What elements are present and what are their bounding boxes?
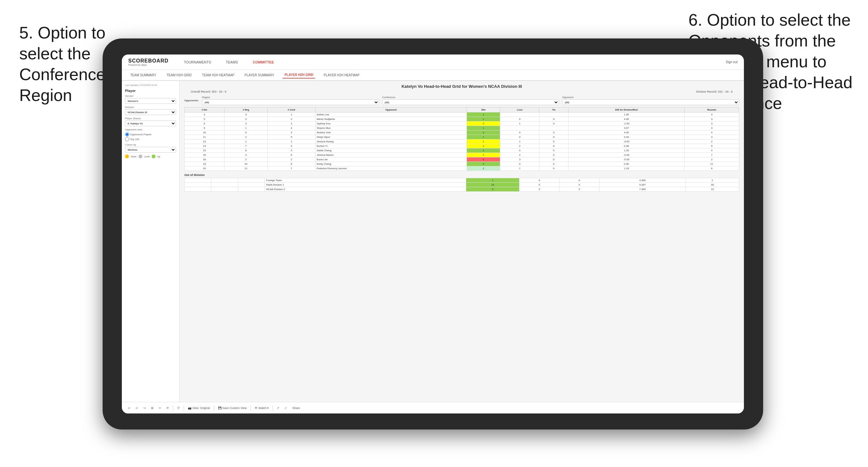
tablet: SCOREBOARD Powered by clippd TOURNAMENTS… [103, 38, 763, 430]
cell-div: 18 [185, 157, 224, 162]
cell-opponent: Alexis Sudjianto [315, 117, 467, 122]
sidebar-gender-select[interactable]: Women's Men's [125, 98, 176, 104]
od-cell-tie: 0 [559, 187, 599, 192]
sub-nav-player-summary[interactable]: PLAYER SUMMARY [243, 72, 276, 78]
table-row: 10 6 3 Andrea York 2 0 0 4.00 4 [185, 130, 739, 135]
cell-div: 19 [185, 162, 224, 166]
cell-loss: 0 [500, 148, 539, 153]
cell-reg: 2 [224, 135, 268, 139]
cell-conf: 7 [268, 166, 315, 171]
cell-opponent: Jessica Huang [315, 139, 467, 144]
cell-win: 1 [467, 117, 500, 122]
sidebar-radio-top100[interactable]: Top 100 [125, 137, 176, 142]
cell-win: 4 [467, 162, 500, 166]
sub-nav-team-summary[interactable]: TEAM SUMMARY [128, 72, 158, 78]
cell-tie: 0 [539, 135, 568, 139]
od-cell-loss: 0 [520, 183, 560, 187]
cell-rounds: 11 [685, 162, 739, 166]
sub-nav: TEAM SUMMARY TEAM H2H GRID TEAM H2H HEAT… [122, 70, 744, 81]
toolbar-expand[interactable]: ⤢ [283, 406, 288, 410]
toolbar-sep5 [273, 405, 273, 411]
overall-record: Overall Record: 353 - 34 - 6 [191, 90, 226, 93]
table-row: 16 3 6 Jessica Mason 1 2 0 -0.94 7 [185, 153, 739, 157]
sidebar-colour-by-select[interactable]: Win/loss [125, 147, 176, 153]
col-rounds: Rounds [685, 107, 739, 113]
filter-opponent-select[interactable]: (All) [562, 99, 739, 105]
out-of-division-body: Foreign Team 1 0 0 4.500 2 NAIA Division… [185, 178, 739, 192]
cell-div: 3 [185, 113, 224, 117]
out-of-division-table: Foreign Team 1 0 0 4.500 2 NAIA Division… [184, 178, 739, 192]
filter-conference-select[interactable]: (All) [382, 99, 559, 105]
sidebar-division-label: Division [125, 106, 176, 108]
cell-loss: 2 [500, 153, 539, 157]
toolbar-watch[interactable]: 👁 Watch ▾ [253, 406, 270, 410]
cell-opponent: Jessica Mason [315, 153, 467, 157]
cell-reg: 1 [224, 139, 268, 144]
od-cell-diff: 7.400 [599, 187, 686, 192]
cell-conf: 2 [268, 157, 315, 162]
nav-committee[interactable]: COMMITTEE [250, 59, 276, 65]
cell-win: 1 [467, 148, 500, 153]
sidebar-radio-opponents-played[interactable]: Opponents Played [125, 132, 176, 136]
toolbar-undo2[interactable]: ↩ [134, 406, 140, 410]
toolbar-timer[interactable]: ⏱ [176, 406, 181, 410]
cell-opponent: Andrea York [315, 130, 467, 135]
cell-tie: 0 [539, 130, 568, 135]
cell-diff: 0.30 [568, 162, 684, 166]
sub-nav-team-h2h-heatmap[interactable]: TEAM H2H HEATMAP [200, 72, 236, 78]
sign-out[interactable]: Sign out [725, 60, 738, 64]
od-cell-tie: 0 [559, 178, 599, 183]
division-record: Division Record: 331 - 34 - 6 [696, 90, 733, 93]
od-cell-conf [238, 178, 265, 183]
cell-win: 0 [467, 157, 500, 162]
color-level-label: Level [144, 155, 150, 158]
od-cell-opponent: NAIA Division 1 [265, 183, 466, 187]
toolbar-cut[interactable]: ✂ [157, 406, 162, 410]
cell-loss: 0 [500, 117, 539, 122]
cell-rounds: 7 [685, 153, 739, 157]
sub-nav-team-h2h-grid[interactable]: TEAM H2H GRID [165, 72, 194, 78]
od-cell-opponent: NCAA Division 2 [265, 187, 466, 192]
cell-tie: 0 [539, 122, 568, 126]
toolbar-view-original[interactable]: 📷 View: Original [187, 406, 211, 410]
table-row: 18 2 2 Euna Lee 0 3 0 -5.00 2 [185, 157, 739, 162]
cell-rounds: 3 [685, 117, 739, 122]
cell-reg: 3 [224, 153, 268, 157]
sidebar-player-rank-select[interactable]: 8. Katelyn Vo [125, 121, 176, 126]
cell-diff: -3.00 [568, 139, 684, 144]
sub-nav-player-h2h-grid[interactable]: PLAYER H2H GRID [282, 72, 315, 79]
cell-loss: 1 [500, 139, 539, 144]
toolbar-grid[interactable]: ⊞ [150, 406, 155, 410]
logo-sub: Powered by clippd [128, 64, 169, 66]
cell-win: 2 [467, 166, 500, 171]
toolbar-share[interactable]: Share [291, 406, 301, 410]
cell-diff: 1.50 [568, 113, 684, 117]
toolbar-export[interactable]: ↗ [275, 406, 281, 410]
toolbar-refresh[interactable]: ⟳ [165, 406, 170, 410]
od-cell-rounds: 30 [686, 183, 739, 187]
nav-teams[interactable]: TEAMS [223, 59, 241, 65]
toolbar-undo[interactable]: ↩ [127, 406, 132, 410]
sub-nav-player-h2h-heatmap[interactable]: PLAYER H2H HEATMAP [321, 72, 361, 78]
col-win: Win [467, 107, 500, 113]
cell-div: 16 [185, 153, 224, 157]
toolbar-save-custom-view[interactable]: 💾 Save Custom View [217, 406, 248, 410]
nav-tournaments[interactable]: TOURNAMENTS [182, 59, 214, 65]
toolbar-redo[interactable]: ↪ [142, 406, 147, 410]
table-area: Katelyn Vo Head-to-Head Grid for Women's… [180, 81, 744, 413]
col-div: # Div [185, 107, 224, 113]
sidebar-division-select[interactable]: NCAA Division III NCAA Division I NCAA D… [125, 109, 176, 115]
cell-reg: 8 [224, 148, 268, 153]
cell-win: 1 [467, 153, 500, 157]
cell-win: 1 [467, 135, 500, 139]
cell-loss: 0 [500, 162, 539, 166]
sidebar-updated: Last Updated: 27/03/2024 04:34 [125, 84, 176, 86]
cell-win: 2 [467, 130, 500, 135]
cell-conf: 4 [268, 126, 315, 130]
logo-text: SCOREBOARD [128, 58, 169, 64]
cell-conf: 3 [268, 130, 315, 135]
cell-diff: 1.25 [568, 148, 684, 153]
filter-region-select[interactable]: (All) [202, 99, 379, 105]
color-up-label: Up [157, 155, 160, 158]
cell-loss: 1 [500, 166, 539, 171]
